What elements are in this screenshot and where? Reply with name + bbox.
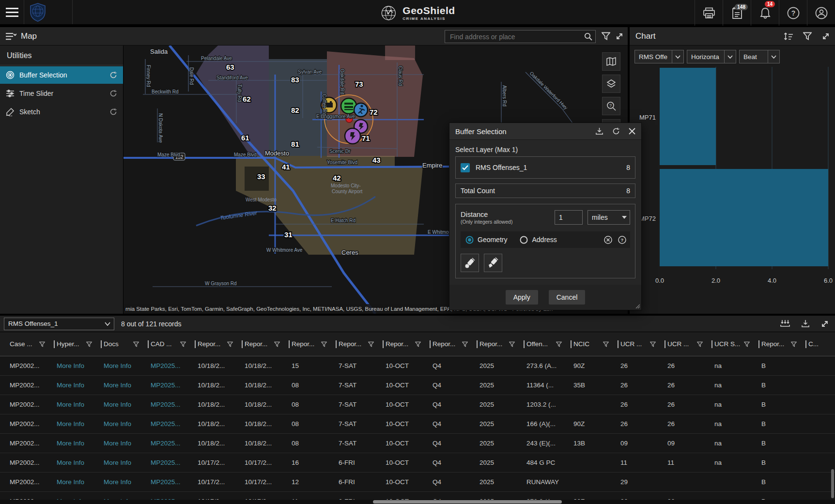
identify-button[interactable]: ?	[602, 97, 620, 115]
cancel-button[interactable]: Cancel	[549, 290, 586, 305]
search-button[interactable]	[581, 31, 595, 43]
agency-logo[interactable]	[24, 0, 72, 24]
column-header[interactable]: Repor...	[198, 340, 245, 348]
table-expand-button[interactable]	[820, 320, 829, 328]
map-filter-button[interactable]	[602, 32, 610, 40]
address-radio[interactable]: Address	[520, 236, 557, 244]
cell-link[interactable]: More Info	[57, 440, 104, 447]
cell-link[interactable]: More Info	[104, 478, 151, 486]
column-header[interactable]: Repor...	[245, 340, 292, 348]
cell-link[interactable]: More Info	[104, 420, 151, 428]
column-filter-icon[interactable]	[86, 341, 92, 347]
reset-time-slider-button[interactable]	[109, 90, 117, 97]
column-header[interactable]: UCR ...	[667, 340, 714, 348]
bar-MP72[interactable]	[660, 169, 828, 266]
column-header[interactable]: Hyper...	[57, 340, 104, 348]
column-header[interactable]: CAD ...	[151, 340, 198, 348]
reset-buffer-button[interactable]	[109, 71, 117, 79]
column-header[interactable]: UCR ...	[620, 340, 667, 348]
dialog-download-button[interactable]	[595, 127, 603, 136]
column-header[interactable]: UCR S...	[714, 340, 761, 348]
table-row[interactable]: MP2002...More InfoMore InfoMP2025...10/1…	[0, 356, 835, 376]
column-header[interactable]: C...	[808, 340, 835, 348]
cell-link[interactable]: More Info	[57, 478, 104, 486]
cell-link[interactable]: MP2025...	[151, 478, 198, 486]
column-header[interactable]: Repor...	[292, 340, 339, 348]
column-filter-icon[interactable]	[556, 341, 562, 347]
table-layer-select[interactable]: RMS Offenses_1	[4, 318, 114, 330]
column-filter-icon[interactable]	[650, 341, 656, 347]
column-filter-icon[interactable]	[274, 341, 280, 347]
cell-link[interactable]: MP2025...	[151, 420, 198, 428]
hamburger-menu-button[interactable]	[0, 0, 24, 24]
utility-time-slider[interactable]: Time Slider	[0, 85, 123, 102]
column-header[interactable]: Repor...	[761, 340, 808, 348]
distance-unit-select[interactable]: miles	[588, 210, 630, 225]
profile-button[interactable]	[807, 0, 835, 26]
table-row[interactable]: MP2002...More InfoMore InfoMP2025...10/1…	[0, 434, 835, 453]
chart-expand-button[interactable]	[821, 32, 830, 41]
dialog-titlebar[interactable]: Buffer Selection	[449, 123, 641, 140]
table-row[interactable]: MP2002...More InfoMore InfoMP2025...10/1…	[0, 453, 835, 473]
column-header[interactable]: Case ...	[10, 340, 57, 348]
table-row[interactable]: MP2002...More InfoMore InfoMP2025...10/1…	[0, 473, 835, 492]
column-filter-icon[interactable]	[39, 341, 45, 347]
layers-button[interactable]	[602, 75, 620, 93]
chart-sort-button[interactable]	[784, 32, 793, 41]
cell-link[interactable]: More Info	[104, 401, 151, 408]
column-filter-icon[interactable]	[462, 341, 468, 347]
map-expand-button[interactable]	[615, 32, 624, 41]
export-all-button[interactable]	[780, 320, 790, 328]
basemap-button[interactable]	[602, 52, 620, 71]
table-row[interactable]: MP2002...More InfoMore InfoMP2025...10/1…	[0, 376, 835, 395]
dialog-reset-button[interactable]	[612, 127, 620, 135]
cell-link[interactable]: More Info	[104, 382, 151, 389]
chart-field-dropdown[interactable]: Beat	[739, 50, 780, 63]
geometry-radio[interactable]: Geometry	[465, 236, 507, 244]
table-row[interactable]: MP2002...More InfoMore InfoMP2025...10/1…	[0, 395, 835, 414]
cell-link[interactable]: MP2025...	[151, 401, 198, 408]
reset-sketch-button[interactable]	[109, 108, 117, 116]
draw-point-tool-button[interactable]	[461, 254, 479, 272]
cell-link[interactable]: MP2025...	[151, 440, 198, 447]
column-filter-icon[interactable]	[180, 341, 186, 347]
clear-selection-button[interactable]	[604, 236, 612, 244]
cell-link[interactable]: More Info	[57, 401, 104, 408]
map-panel-menu-icon[interactable]	[6, 32, 16, 40]
column-header[interactable]: NCIC	[573, 340, 620, 348]
cell-link[interactable]: MP2025...	[151, 382, 198, 389]
horizontal-scrollbar-thumb[interactable]	[373, 500, 562, 504]
cell-link[interactable]: More Info	[57, 382, 104, 389]
map-search-input[interactable]	[445, 31, 581, 43]
marker-runaway[interactable]	[354, 103, 368, 117]
download-table-button[interactable]	[801, 320, 810, 328]
cell-link[interactable]: MP2025...	[151, 362, 198, 369]
marker-pin-2[interactable]	[345, 128, 360, 144]
column-header[interactable]: Offen...	[526, 340, 573, 348]
dialog-close-button[interactable]	[629, 128, 635, 135]
apply-button[interactable]: Apply	[506, 290, 538, 305]
column-filter-icon[interactable]	[509, 341, 515, 347]
vertical-scrollbar[interactable]	[831, 469, 834, 498]
bar-MP71[interactable]	[660, 68, 716, 165]
chart-filter-button[interactable]	[803, 32, 812, 41]
column-filter-icon[interactable]	[227, 341, 233, 347]
cell-link[interactable]: More Info	[57, 362, 104, 369]
buffer-help-button[interactable]: ?	[618, 236, 626, 244]
column-filter-icon[interactable]	[697, 341, 703, 347]
utility-buffer-selection[interactable]: Buffer Selection	[0, 66, 123, 84]
utility-sketch[interactable]: Sketch	[0, 103, 123, 121]
bar-chart[interactable]: MP71MP720.02.04.06.0	[630, 67, 835, 309]
cell-link[interactable]: More Info	[57, 459, 104, 466]
column-header[interactable]: Repor...	[339, 340, 386, 348]
horizontal-scrollbar-track[interactable]	[0, 500, 835, 504]
column-header[interactable]: Docs	[104, 340, 151, 348]
column-header[interactable]: Repor...	[433, 340, 479, 348]
cell-link[interactable]: More Info	[104, 440, 151, 447]
table-row[interactable]: MP2002...More InfoMore InfoMP2025...10/1…	[0, 414, 835, 434]
help-button[interactable]: ?	[779, 0, 807, 26]
cell-link[interactable]: MP2025...	[151, 459, 198, 466]
column-header[interactable]: Repor...	[479, 340, 526, 348]
column-filter-icon[interactable]	[744, 341, 750, 347]
chart-layer-dropdown[interactable]: RMS Offe	[634, 50, 684, 63]
